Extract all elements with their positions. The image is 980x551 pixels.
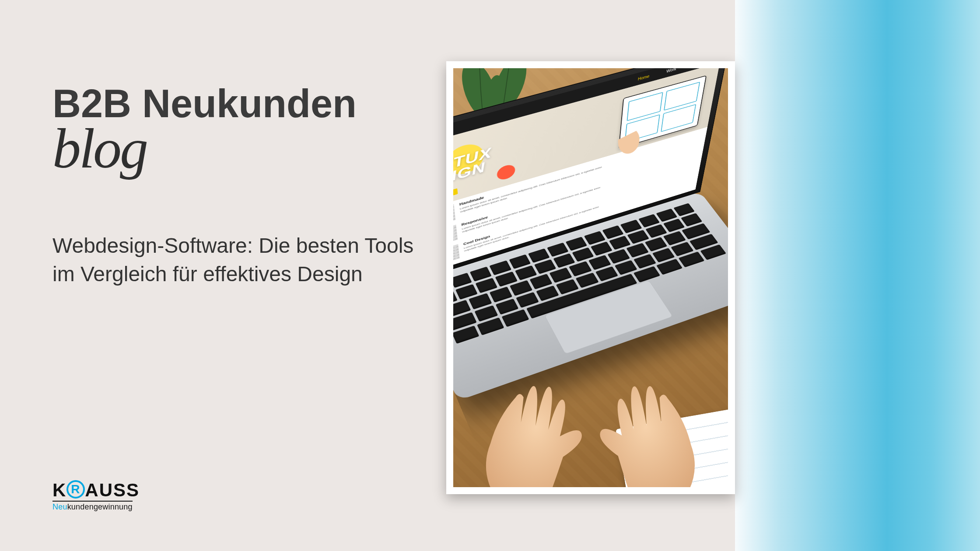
laptop-trackpad-icon [544,280,673,354]
laptop-mock: Home Work About us BESTUX DESIGN GET STA… [453,192,728,401]
mock-nav-home: Home [638,74,650,81]
registered-badge-icon: R [66,480,85,499]
title-line2: blog [52,123,357,174]
feature-image: Home Work About us BESTUX DESIGN GET STA… [446,61,735,494]
feature-image-scene: Home Work About us BESTUX DESIGN GET STA… [453,68,728,487]
slide: B2B Neukunden blog Webdesign-Software: D… [0,0,980,551]
post-title: Webdesign-Software: Die besten Tools im … [52,232,420,289]
notebook-icon [616,407,728,487]
post-title-text: Webdesign-Software: Die besten Tools im … [52,232,420,289]
mock-hero-title: BESTUX DESIGN [453,146,493,194]
blog-title: B2B Neukunden blog [52,83,357,174]
brand-logo-word: K R AUSS [52,480,140,501]
mock-nav-work: Work [666,68,677,73]
brand-logo-tagline: Neukundengewinnung [52,501,133,512]
brand-logo: K R AUSS Neukundengewinnung [52,480,140,512]
card-thumb-icon [453,244,460,268]
decor-gradient [735,0,980,551]
